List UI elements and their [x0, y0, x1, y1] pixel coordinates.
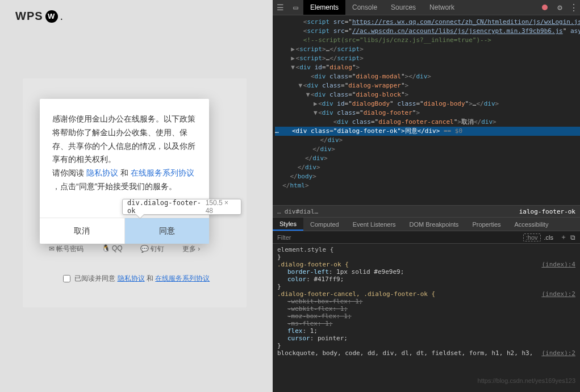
dom-node[interactable]: </div>: [275, 145, 580, 154]
new-rule-icon[interactable]: ＋: [560, 232, 567, 242]
login-method[interactable]: 更多 ›: [182, 244, 200, 255]
inspect-icon[interactable]: ☰: [273, 0, 288, 15]
dom-node[interactable]: ▼<div class="dialog-wrapper">: [275, 81, 580, 90]
cancel-button[interactable]: 取消: [40, 218, 124, 244]
dom-node[interactable]: ▼<div class="dialog-block">: [275, 90, 580, 99]
ok-button[interactable]: 同意: [124, 218, 210, 244]
styles-filter-row: Filter :hov .cls ＋ ⧉: [273, 231, 580, 244]
tab-sources[interactable]: Sources: [384, 0, 423, 15]
dom-node[interactable]: </body>: [275, 172, 580, 181]
error-indicator-icon[interactable]: [537, 0, 552, 15]
dialog-text: 请你阅读: [52, 168, 86, 177]
devtools-tabstrip: ☰ ▭ Elements Console Sources Network ⚙ ⋮: [273, 0, 580, 15]
wps-logo: WPS W.: [15, 10, 64, 23]
dom-node[interactable]: <div class="dialog-footer-cancel">取消</di…: [275, 118, 580, 127]
service-agreement-link[interactable]: 在线服务系列协议: [131, 168, 194, 177]
login-method[interactable]: ✉ 帐号密码: [49, 244, 84, 255]
dom-node[interactable]: … <div class="dialog-footer-ok">同意</div>…: [275, 127, 580, 136]
tab-console[interactable]: Console: [345, 0, 384, 15]
dom-node[interactable]: </html>: [275, 181, 580, 190]
dialog-text: 感谢你使用金山办公在线服务。以下政策将帮助你了解金山办公收集、使用、保存、共享你…: [52, 114, 195, 164]
crumb-item[interactable]: div#dial…: [285, 208, 319, 215]
service-agreement-link[interactable]: 在线服务系列协议: [155, 274, 210, 282]
logo-text: WPS: [15, 10, 43, 23]
dom-node[interactable]: </div>: [275, 163, 580, 172]
dom-node[interactable]: ▼<div class="dialog-footer">: [275, 109, 580, 118]
crumb-current: ialog-footer-ok: [519, 208, 575, 215]
subtab-styles[interactable]: Styles: [273, 218, 303, 231]
dom-node[interactable]: </div>: [275, 136, 580, 145]
element-tooltip: div.dialog-footer-ok 150.5 × 48: [122, 199, 241, 215]
dom-tree[interactable]: <script src="https://res.wx.qq.com/conne…: [273, 15, 580, 205]
dom-node[interactable]: ▼<div id="dialog">: [275, 63, 580, 72]
devtools-panel: ☰ ▭ Elements Console Sources Network ⚙ ⋮…: [273, 0, 580, 392]
dom-node[interactable]: ▶<script>…</script>: [275, 54, 580, 63]
filter-input[interactable]: Filter: [277, 234, 523, 241]
privacy-link[interactable]: 隐私协议: [86, 168, 118, 177]
tooltip-dimensions: 150.5 × 48: [206, 199, 236, 215]
privacy-link[interactable]: 隐私协议: [118, 274, 145, 282]
more-icon[interactable]: ⋮: [568, 0, 580, 15]
tooltip-selector: div.dialog-footer-ok: [127, 199, 206, 215]
dom-node[interactable]: ▶<div id="dialogBody" class="dialog-body…: [275, 99, 580, 109]
logo-badge-icon: W: [45, 10, 58, 23]
breadcrumb[interactable]: … div#dial… ialog-footer-ok: [273, 205, 580, 218]
settings-icon[interactable]: ⚙: [552, 0, 568, 15]
cls-toggle[interactable]: .cls: [544, 234, 554, 241]
device-toggle-icon[interactable]: ▭: [288, 0, 303, 15]
consent-row: 已阅读并同意 隐私协议 和 在线服务系列协议: [0, 274, 273, 283]
dom-node[interactable]: ▶<script>…</script>: [275, 45, 580, 54]
hov-toggle[interactable]: :hov: [523, 233, 541, 241]
app-panel: WPS W. ✉ 帐号密码 🐧 QQ 💬 钉钉 更多 › 感谢你使用金山办公在线…: [0, 0, 273, 392]
styles-tabstrip: Styles Computed Event Listeners DOM Brea…: [273, 218, 580, 231]
subtab-accessibility[interactable]: Accessibility: [508, 218, 556, 231]
consent-checkbox[interactable]: [63, 275, 70, 282]
dom-node[interactable]: <!--script(src="libs/js/cnzz.js?__inline…: [275, 36, 580, 45]
toggle-pane-icon[interactable]: ⧉: [570, 233, 575, 241]
dom-node[interactable]: <script src="https://res.wx.qq.com/conne…: [275, 18, 580, 27]
dialog-footer: 取消 同意: [40, 218, 209, 244]
dom-node[interactable]: <script src="//ac.wpscdn.cn/account/libs…: [275, 27, 580, 36]
subtab-computed[interactable]: Computed: [303, 218, 346, 231]
tab-network[interactable]: Network: [423, 0, 461, 15]
privacy-dialog: 感谢你使用金山办公在线服务。以下政策将帮助你了解金山办公收集、使用、保存、共享你…: [40, 99, 209, 244]
dom-node[interactable]: </div>: [275, 154, 580, 163]
subtab-properties[interactable]: Properties: [465, 218, 507, 231]
login-methods-row: ✉ 帐号密码 🐧 QQ 💬 钉钉 更多 ›: [40, 244, 209, 255]
login-method[interactable]: 🐧 QQ: [102, 244, 123, 255]
subtab-dom-breakpoints[interactable]: DOM Breakpoints: [403, 218, 466, 231]
login-method[interactable]: 💬 钉钉: [140, 244, 164, 255]
subtab-event-listeners[interactable]: Event Listeners: [346, 218, 403, 231]
styles-pane[interactable]: element.style {}.dialog-footer-ok {(inde…: [273, 244, 580, 390]
dom-node[interactable]: <div class="dialog-modal"></div>: [275, 72, 580, 81]
tab-elements[interactable]: Elements: [303, 0, 345, 15]
